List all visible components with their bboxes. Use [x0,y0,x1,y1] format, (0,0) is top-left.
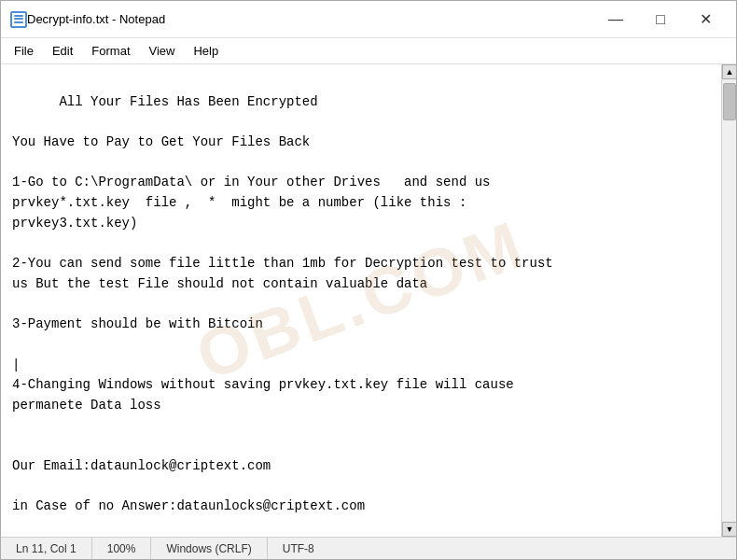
window-controls: — □ ✕ [594,6,727,34]
text-content[interactable]: All Your Files Has Been Encrypted You Ha… [1,64,721,537]
encoding: UTF-8 [268,538,329,559]
menu-view[interactable]: View [140,40,185,62]
title-bar: Decrypt-info.txt - Notepad — □ ✕ [1,1,736,38]
zoom-level: 100% [92,538,152,559]
cursor-position: Ln 11, Col 1 [8,538,92,559]
menu-format[interactable]: Format [82,40,139,62]
document-text: All Your Files Has Been Encrypted You Ha… [12,94,553,514]
maximize-button[interactable]: □ [639,6,682,34]
notepad-window: Decrypt-info.txt - Notepad — □ ✕ File Ed… [0,0,737,560]
scroll-track[interactable] [722,79,736,522]
content-area: All Your Files Has Been Encrypted You Ha… [1,64,736,537]
scrollbar[interactable]: ▲ ▼ [721,64,736,537]
menu-file[interactable]: File [5,40,43,62]
watermark: OBL.COM [182,193,540,409]
menu-bar: File Edit Format View Help [1,38,736,64]
minimize-button[interactable]: — [594,6,637,34]
app-icon [10,11,27,28]
close-button[interactable]: ✕ [684,6,727,34]
scroll-up-button[interactable]: ▲ [722,64,736,79]
window-title: Decrypt-info.txt - Notepad [27,12,594,26]
line-ending: Windows (CRLF) [151,538,267,559]
status-bar: Ln 11, Col 1 100% Windows (CRLF) UTF-8 [1,537,736,559]
scroll-thumb[interactable] [723,83,736,120]
menu-help[interactable]: Help [184,40,228,62]
scroll-down-button[interactable]: ▼ [722,522,736,537]
menu-edit[interactable]: Edit [43,40,82,62]
